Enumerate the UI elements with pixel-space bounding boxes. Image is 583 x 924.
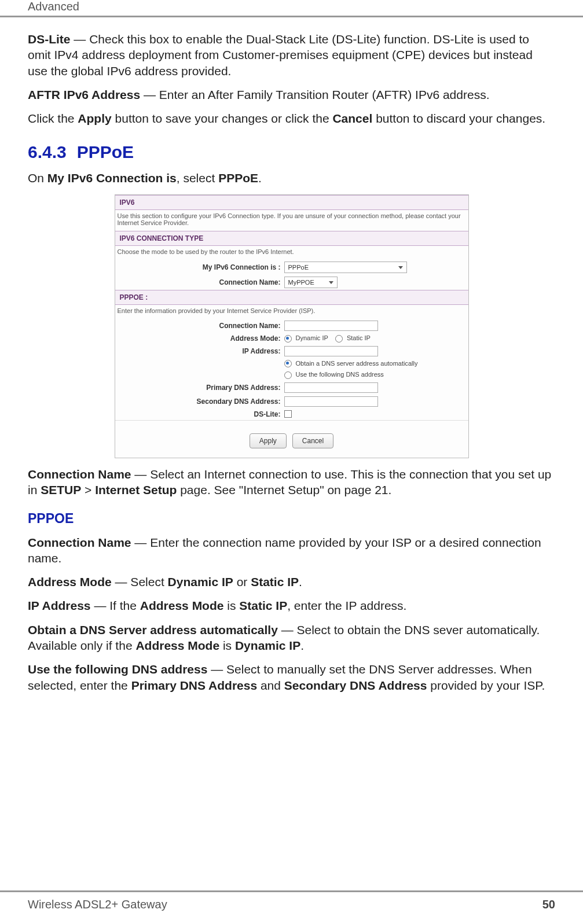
- footer-product: Wireless ADSL2+ Gateway: [28, 898, 167, 911]
- primary-dns-input[interactable]: [284, 382, 378, 393]
- my-ipv6-connection-label: My IPv6 Connection is :: [119, 263, 284, 271]
- my-ipv6-connection-select[interactable]: PPPoE: [284, 262, 407, 273]
- on-post: .: [258, 171, 262, 185]
- use-following-dns-label: Use the following DNS address: [296, 371, 384, 378]
- header-title: Advanced: [28, 0, 79, 13]
- my-ipv6-connection-value: PPPoE: [288, 264, 309, 271]
- apply-button[interactable]: Apply: [250, 433, 287, 448]
- dslite-desc: — Check this box to enable the Dual-Stac…: [28, 32, 533, 78]
- p-am-term: Address Mode: [28, 575, 112, 588]
- p-ip-pre: — If the: [91, 599, 140, 612]
- connection-name-select[interactable]: MyPPOE: [284, 277, 338, 288]
- secondary-dns-row: Secondary DNS Address:: [115, 395, 468, 408]
- dslite-checkbox[interactable]: [284, 410, 292, 418]
- p-ip-b2: Static IP: [239, 599, 287, 612]
- ipv6-desc: Use this section to configure your IPv6 …: [115, 210, 468, 231]
- my-ipv6-connection-row: My IPv6 Connection is : PPPoE: [115, 260, 468, 275]
- static-ip-label: Static IP: [347, 334, 371, 341]
- obtain-dns-label: Obtain a DNS server address automaticall…: [296, 360, 418, 367]
- pppoe-connection-name-input[interactable]: [284, 321, 378, 331]
- aftr-term: AFTR IPv6 Address: [28, 88, 140, 101]
- address-mode-options: Dynamic IP Static IP: [284, 334, 371, 343]
- pppoe-subtitle: PPPOE: [28, 511, 555, 527]
- click-post: button to discard your changes.: [372, 112, 545, 125]
- on-mid: , select: [177, 171, 218, 185]
- p-cn-term: Connection Name: [28, 536, 131, 549]
- use-following-dns-radio[interactable]: [284, 371, 292, 379]
- obtain-dns-row: Obtain a DNS server address automaticall…: [115, 358, 468, 370]
- cn-term: Connection Name: [28, 467, 131, 481]
- p-use-b2: Secondary DNS Address: [284, 679, 427, 692]
- p-use-post: provided by your ISP.: [427, 679, 545, 692]
- obtain-dns-radio[interactable]: [284, 360, 292, 367]
- address-mode-label: Address Mode:: [119, 334, 284, 343]
- p-am-b1: Dynamic IP: [168, 575, 233, 588]
- on-b1: My IPv6 Connection is: [47, 171, 177, 185]
- cancel-button[interactable]: Cancel: [292, 433, 333, 448]
- primary-dns-row: Primary DNS Address:: [115, 381, 468, 395]
- p-use-term: Use the following DNS address: [28, 662, 207, 676]
- section-title-text: PPPoE: [77, 142, 134, 161]
- dslite-term: DS-Lite: [28, 32, 71, 46]
- ipv6-header: IPV6: [115, 195, 468, 210]
- aftr-paragraph: AFTR IPv6 Address — Enter an After Famil…: [28, 87, 555, 102]
- p-ip-post: , enter the IP address.: [287, 599, 406, 612]
- p-obt-b2: Dynamic IP: [235, 639, 300, 652]
- dynamic-ip-label: Dynamic IP: [296, 334, 328, 341]
- pppoe-connection-name-row: Connection Name:: [115, 319, 468, 333]
- pppoe-cn-paragraph: Connection Name — Enter the connection n…: [28, 535, 555, 566]
- p-am-post: .: [299, 575, 302, 588]
- click-pre: Click the: [28, 112, 78, 125]
- static-ip-radio[interactable]: [335, 335, 343, 343]
- ip-address-input[interactable]: [284, 346, 378, 356]
- ip-address-paragraph: IP Address — If the Address Mode is Stat…: [28, 598, 555, 613]
- use-following-dns-row: Use the following DNS address: [115, 369, 468, 381]
- pppoe-header: PPPOE :: [115, 290, 468, 305]
- click-mid: button to save your changes or click the: [112, 112, 333, 125]
- apply-cancel-paragraph: Click the Apply button to save your chan…: [28, 111, 555, 126]
- footer-page-number: 50: [542, 898, 555, 911]
- use-following-dns-option: Use the following DNS address: [284, 371, 384, 379]
- apply-bold: Apply: [78, 112, 111, 125]
- p-obt-b1: Address Mode: [135, 639, 219, 652]
- p-ip-mid: is: [223, 599, 239, 612]
- p-ip-b1: Address Mode: [140, 599, 224, 612]
- page-header: Advanced: [0, 0, 583, 17]
- pppoe-connection-name-label: Connection Name:: [119, 322, 284, 330]
- on-b2: PPPoE: [218, 171, 258, 185]
- p-use-b1: Primary DNS Address: [131, 679, 257, 692]
- use-following-dns-paragraph: Use the following DNS address — Select t…: [28, 661, 555, 693]
- conntype-desc: Choose the mode to be used by the router…: [115, 246, 468, 260]
- aftr-desc: — Enter an After Family Transition Route…: [140, 88, 489, 101]
- dslite-label: DS-Lite:: [119, 410, 284, 418]
- secondary-dns-input[interactable]: [284, 396, 378, 407]
- on-pre: On: [28, 171, 47, 185]
- primary-dns-label: Primary DNS Address:: [119, 384, 284, 392]
- p-obt-post: .: [300, 639, 304, 652]
- connection-name-label: Connection Name:: [119, 278, 284, 286]
- secondary-dns-label: Secondary DNS Address:: [119, 397, 284, 406]
- ip-address-label: IP Address:: [119, 347, 284, 355]
- obtain-dns-paragraph: Obtain a DNS Server address automaticall…: [28, 622, 555, 654]
- p-obt-mid: is: [219, 639, 235, 652]
- cn-b2: Internet Setup: [95, 483, 177, 496]
- p-am-or: or: [233, 575, 251, 588]
- connection-name-value: MyPPOE: [288, 279, 314, 286]
- p-use-and: and: [257, 679, 284, 692]
- address-mode-paragraph: Address Mode — Select Dynamic IP or Stat…: [28, 574, 555, 590]
- cn-b1: SETUP: [41, 483, 81, 496]
- ip-address-row: IP Address:: [115, 344, 468, 358]
- dynamic-ip-radio[interactable]: [284, 335, 292, 343]
- p-ip-term: IP Address: [28, 599, 91, 612]
- button-bar: Apply Cancel: [115, 425, 468, 458]
- p-obt-term: Obtain a DNS Server address automaticall…: [28, 623, 278, 636]
- dslite-paragraph: DS-Lite — Check this box to enable the D…: [28, 31, 555, 79]
- cn-desc-post: page. See "Internet Setup" on page 21.: [177, 483, 391, 496]
- connection-name-paragraph: Connection Name — Select an Internet con…: [28, 466, 555, 498]
- select-pppoe-paragraph: On My IPv6 Connection is, select PPPoE.: [28, 170, 555, 186]
- conntype-header: IPV6 CONNECTION TYPE: [115, 231, 468, 246]
- pppoe-desc: Enter the information provided by your I…: [115, 305, 468, 319]
- router-config-panel: IPV6 Use this section to configure your …: [115, 194, 469, 458]
- page-body: DS-Lite — Check this box to enable the D…: [0, 17, 583, 724]
- page-footer: Wireless ADSL2+ Gateway 50: [0, 890, 583, 911]
